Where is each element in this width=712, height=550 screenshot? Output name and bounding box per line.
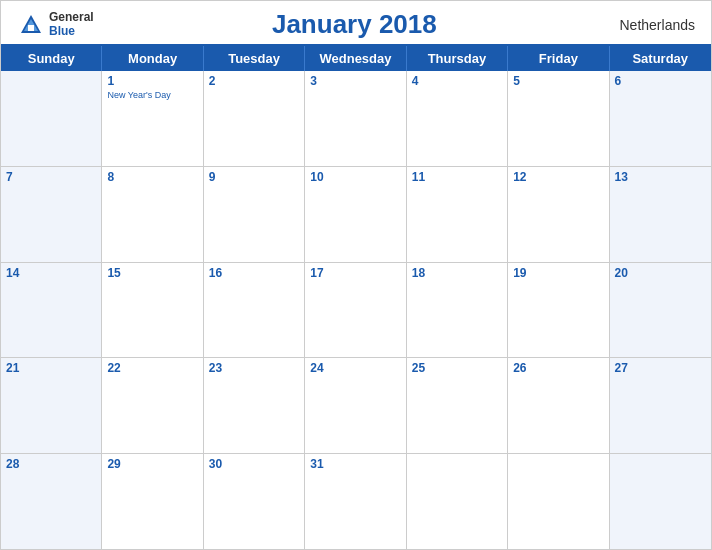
day-cell-w5-d4: 31 [305,454,406,549]
calendar-container: General Blue January 2018 Netherlands Su… [0,0,712,550]
day-cell-w1-d2: 1New Year's Day [102,71,203,166]
day-cell-w3-d3: 16 [204,263,305,358]
day-number: 17 [310,266,400,280]
header-saturday: Saturday [610,46,711,71]
day-cell-w5-d3: 30 [204,454,305,549]
day-cell-w2-d4: 10 [305,167,406,262]
day-number: 18 [412,266,502,280]
day-number: 3 [310,74,400,88]
day-number: 19 [513,266,603,280]
svg-rect-3 [28,25,34,31]
week-row-2: 78910111213 [1,167,711,263]
day-cell-w2-d6: 12 [508,167,609,262]
day-cell-w3-d4: 17 [305,263,406,358]
week-row-4: 21222324252627 [1,358,711,454]
day-cell-w3-d1: 14 [1,263,102,358]
logo-blue: Blue [49,25,94,38]
day-number: 2 [209,74,299,88]
header-tuesday: Tuesday [204,46,305,71]
day-number: 4 [412,74,502,88]
day-number: 10 [310,170,400,184]
day-number: 14 [6,266,96,280]
day-cell-w3-d2: 15 [102,263,203,358]
day-number: 5 [513,74,603,88]
day-cell-w3-d5: 18 [407,263,508,358]
day-cell-w5-d1: 28 [1,454,102,549]
day-cell-w3-d6: 19 [508,263,609,358]
day-cell-w1-d4: 3 [305,71,406,166]
day-number: 15 [107,266,197,280]
logo-text: General Blue [49,11,94,37]
header-sunday: Sunday [1,46,102,71]
day-number: 31 [310,457,400,471]
day-cell-w4-d4: 24 [305,358,406,453]
day-number: 12 [513,170,603,184]
day-cell-w4-d7: 27 [610,358,711,453]
day-number: 1 [107,74,197,88]
day-number: 8 [107,170,197,184]
day-number: 24 [310,361,400,375]
header-friday: Friday [508,46,609,71]
day-number: 20 [615,266,706,280]
day-number: 9 [209,170,299,184]
day-cell-w1-d6: 5 [508,71,609,166]
day-number: 30 [209,457,299,471]
day-number: 7 [6,170,96,184]
calendar-title: January 2018 [94,9,615,40]
header-monday: Monday [102,46,203,71]
day-cell-w5-d2: 29 [102,454,203,549]
day-cell-w5-d7 [610,454,711,549]
logo-area: General Blue [17,11,94,39]
day-cell-w1-d1 [1,71,102,166]
day-cell-w2-d2: 8 [102,167,203,262]
day-cell-w4-d1: 21 [1,358,102,453]
day-cell-w2-d3: 9 [204,167,305,262]
header-wednesday: Wednesday [305,46,406,71]
day-headers: Sunday Monday Tuesday Wednesday Thursday… [1,46,711,71]
day-number: 26 [513,361,603,375]
day-cell-w4-d3: 23 [204,358,305,453]
day-cell-w2-d7: 13 [610,167,711,262]
country-label: Netherlands [615,17,695,33]
day-cell-w4-d6: 26 [508,358,609,453]
day-cell-w4-d2: 22 [102,358,203,453]
day-number: 28 [6,457,96,471]
week-row-3: 14151617181920 [1,263,711,359]
day-number: 23 [209,361,299,375]
calendar-header: General Blue January 2018 Netherlands [1,1,711,44]
day-cell-w2-d5: 11 [407,167,508,262]
day-cell-w1-d5: 4 [407,71,508,166]
weeks-container: 1New Year's Day2345678910111213141516171… [1,71,711,549]
day-number: 29 [107,457,197,471]
week-row-5: 28293031 [1,454,711,549]
day-cell-w1-d7: 6 [610,71,711,166]
day-number: 21 [6,361,96,375]
day-cell-w1-d3: 2 [204,71,305,166]
day-number: 27 [615,361,706,375]
generalblue-logo-icon [17,11,45,39]
day-cell-w2-d1: 7 [1,167,102,262]
day-cell-w4-d5: 25 [407,358,508,453]
day-number: 6 [615,74,706,88]
day-number: 22 [107,361,197,375]
day-cell-w3-d7: 20 [610,263,711,358]
logo-general: General [49,11,94,24]
week-row-1: 1New Year's Day23456 [1,71,711,167]
header-thursday: Thursday [407,46,508,71]
day-number: 11 [412,170,502,184]
day-cell-w5-d5 [407,454,508,549]
calendar-grid: Sunday Monday Tuesday Wednesday Thursday… [1,44,711,549]
day-number: 16 [209,266,299,280]
day-number: 13 [615,170,706,184]
day-number: 25 [412,361,502,375]
holiday-label: New Year's Day [107,90,197,101]
day-cell-w5-d6 [508,454,609,549]
